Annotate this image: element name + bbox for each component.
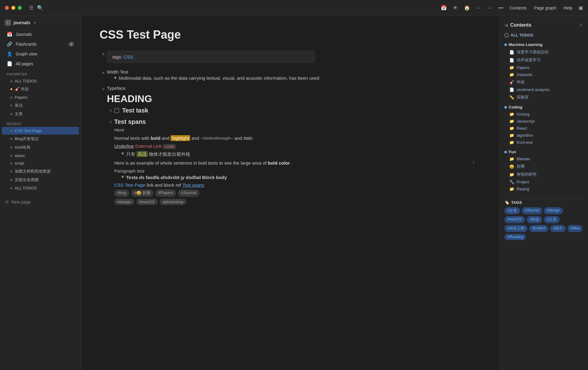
tag-papers[interactable]: #Papers	[155, 189, 176, 197]
tag-macos[interactable]: #macOS	[136, 199, 158, 205]
tag-photoshop[interactable]: #photoshop	[160, 199, 187, 205]
allpages-label: All pages	[16, 61, 33, 66]
panel-collapse-icon[interactable]: ◀	[504, 23, 508, 28]
eye-icon[interactable]: 👁	[453, 5, 458, 11]
panel-coding-item-3[interactable]: 📁 algorithm	[499, 132, 588, 139]
panel-fun-header[interactable]: Fun	[499, 148, 588, 155]
tag-journal[interactable]: #Journal	[178, 189, 199, 197]
close-button[interactable]	[5, 6, 9, 10]
external-link-text[interactable]: External Link	[135, 143, 162, 149]
panel-ml-item-2[interactable]: 📁 Papers	[499, 64, 588, 71]
sidebar-item-journals[interactable]: 📅 Journals	[2, 29, 79, 39]
panel-ml-item-3[interactable]: 📁 Datasets	[499, 71, 588, 78]
search-icon[interactable]: 🔍	[37, 5, 43, 11]
css-test-page-link[interactable]: CSS Test Page	[114, 182, 145, 188]
panel-tag-macos[interactable]: #macOS	[504, 216, 525, 223]
panel-tag-qianduan[interactable]: #前端	[527, 216, 542, 223]
recent-script-label: script	[15, 161, 24, 166]
panel-fun-item-0[interactable]: 📁 Blender	[499, 155, 588, 162]
sidebar-recent-all-todos[interactable]: ALL TODOS	[2, 184, 79, 192]
panel-tag-idea[interactable]: #idea	[567, 225, 582, 232]
width-test-dot	[102, 72, 104, 74]
sidebar-recent-blog[interactable]: Blog开发笔记	[2, 135, 79, 143]
and3: and	[234, 135, 243, 141]
sidebar-fav-wenzhang[interactable]: 文章	[2, 110, 79, 118]
panel-fun-label-1: 折腾	[517, 164, 525, 169]
sidebar-fav-papers[interactable]: Papers	[2, 93, 79, 101]
panel-tag-design[interactable]: #design	[544, 207, 563, 214]
home-icon[interactable]: 🏠	[464, 5, 470, 11]
sidebar-item-graph[interactable]: 👤 Graph view	[2, 49, 79, 59]
panel-ml-header[interactable]: Machine Learning	[499, 41, 588, 48]
sidebar-recent-lifecycle[interactable]: 页面生命周期	[2, 176, 79, 184]
tags-title-text: TAGS	[511, 200, 522, 205]
sidebar-fav-suanfa[interactable]: 算法	[2, 101, 79, 110]
tag-bug[interactable]: #bug	[114, 189, 129, 197]
panel-fun-label-0: Blender	[517, 157, 530, 161]
sidebar-db-header[interactable]: L journals ▼	[0, 16, 81, 29]
sidebar-toggle-icon[interactable]: ▣	[579, 5, 583, 11]
panel-ml-title: Machine Learning	[509, 42, 543, 47]
page-graph-menu-item[interactable]: Page graph	[534, 6, 556, 10]
sidebar-recent-async[interactable]: async	[2, 152, 79, 159]
panel-tag-wenzhang[interactable]: #文章	[504, 207, 520, 214]
panel-fun-item-2[interactable]: 📁 奇怪的研究	[499, 170, 588, 178]
panel-coding-item-0[interactable]: 📁 Golang	[499, 111, 588, 118]
panel-ml-item-1[interactable]: 📄 动手深度学习	[499, 56, 588, 64]
tags-css-link[interactable]: CSS	[124, 54, 133, 59]
tags-divider	[504, 199, 583, 199]
panel-coding-dot	[504, 106, 507, 109]
panel-fun-item-3[interactable]: 🔧 Project	[499, 178, 588, 185]
calendar-icon[interactable]: 📅	[441, 5, 447, 11]
sidebar-fav-bishee[interactable]: 🎸 毕设	[2, 85, 79, 93]
panel-tag-gongju[interactable]: #工具	[544, 216, 560, 223]
more-icon[interactable]: •••	[498, 5, 503, 11]
new-page-button[interactable]: ⊕ New page	[0, 197, 81, 207]
panel-ml-item-5[interactable]: 📄 sentiment analysis	[499, 86, 588, 93]
panel-close-icon[interactable]: ✕	[579, 22, 583, 28]
sidebar-fav-all-todos[interactable]: ALL TODOS	[2, 77, 79, 85]
help-menu-item[interactable]: Help	[564, 6, 572, 10]
panel-tag-project[interactable]: #project	[529, 225, 548, 232]
panel-coding-item-2[interactable]: 📁 React	[499, 125, 588, 132]
journals-label: Journals	[16, 32, 32, 37]
sidebar-recent-script[interactable]: script	[2, 159, 79, 167]
panel-tag-journal[interactable]: #Journal	[522, 207, 542, 214]
panel-coding-item-4[interactable]: 📁 front-end	[499, 139, 588, 146]
sidebar-recent-load[interactable]: 加载文档和其他资源	[2, 167, 79, 176]
panel-tag-reading[interactable]: #Reading	[504, 234, 526, 240]
minimize-button[interactable]	[11, 6, 15, 10]
task-checkbox[interactable]	[114, 108, 119, 113]
panel-all-todos[interactable]: ALL TODOS	[499, 32, 588, 41]
panel-fun-item-4[interactable]: 📁 Reaing	[499, 185, 588, 193]
back-icon[interactable]: ←	[476, 5, 481, 11]
panel-coding-header[interactable]: Coding	[499, 104, 588, 111]
sidebar: L journals ▼ 📅 Journals 🔗 Flashcards 1 👤…	[0, 16, 81, 370]
sidebar-item-flashcards[interactable]: 🔗 Flashcards 1	[2, 39, 79, 49]
panel-tag-kexue[interactable]: #科学上网	[504, 225, 527, 232]
contents-menu-item[interactable]: Contents	[510, 6, 527, 10]
sidebar-recent-grid[interactable]: Grid布局	[2, 143, 79, 152]
sidebar-recent-css-test[interactable]: CSS Test Page	[2, 127, 79, 135]
tag-zhuteng[interactable]: #😀 折腾	[131, 189, 153, 197]
panel-coding-item-1[interactable]: 📁 Javascript	[499, 118, 588, 125]
panel-ml-item-6[interactable]: ✏️ 实验室	[499, 93, 588, 101]
task-bullet	[107, 107, 114, 116]
recent-section-title: Recent	[0, 118, 81, 127]
panel-tag-lizi[interactable]: #例子	[550, 225, 566, 232]
panel-fun-item-1[interactable]: 😀 折腾	[499, 162, 588, 170]
tags-bullet	[100, 51, 107, 67]
width-test-header: Width Test	[107, 69, 481, 74]
forward-icon[interactable]: →	[487, 5, 492, 11]
test-spans-link[interactable]: Test spans	[182, 182, 204, 188]
panel-coding-label-4: front-end	[517, 140, 533, 145]
sidebar-item-allpages[interactable]: 📄 All pages	[2, 59, 79, 69]
maximize-button[interactable]	[18, 6, 22, 10]
panel-ml-item-0[interactable]: 📄 深度学习基础总结	[499, 48, 588, 56]
menu-icon[interactable]: ☰	[29, 5, 33, 11]
page-title: CSS Test Page	[100, 28, 481, 41]
tags-content: tags: CSS	[107, 51, 481, 67]
panel-ml-item-4[interactable]: 🎸 毕设	[499, 78, 588, 86]
tag-design[interactable]: #design	[114, 199, 134, 205]
panel-fun-icon-4: 📁	[509, 187, 514, 191]
